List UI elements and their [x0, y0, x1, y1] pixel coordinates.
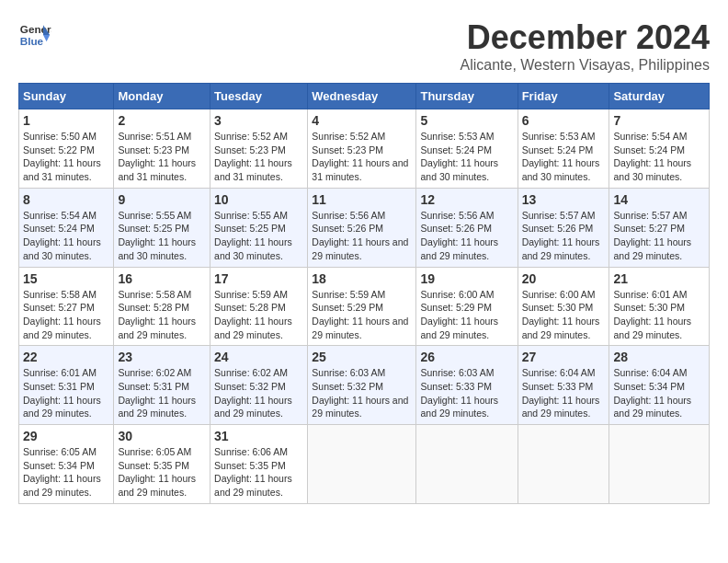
day-number: 20 — [522, 271, 606, 286]
day-number: 28 — [613, 350, 705, 364]
day-detail: Sunrise: 6:02 AMSunset: 5:32 PMDaylight:… — [214, 367, 292, 419]
day-detail: Sunrise: 6:04 AMSunset: 5:34 PMDaylight:… — [613, 367, 691, 419]
day-number: 4 — [312, 113, 412, 128]
day-cell: 23 Sunrise: 6:02 AMSunset: 5:31 PMDaylig… — [114, 346, 210, 425]
calendar-table: SundayMondayTuesdayWednesdayThursdayFrid… — [18, 83, 710, 504]
weekday-header-wednesday: Wednesday — [308, 84, 416, 109]
day-cell: 6 Sunrise: 5:53 AMSunset: 5:24 PMDayligh… — [518, 109, 609, 189]
day-number: 6 — [522, 113, 606, 128]
day-number: 2 — [118, 113, 206, 128]
day-cell: 3 Sunrise: 5:52 AMSunset: 5:23 PMDayligh… — [210, 109, 308, 189]
day-detail: Sunrise: 6:02 AMSunset: 5:31 PMDaylight:… — [118, 367, 196, 419]
day-detail: Sunrise: 6:01 AMSunset: 5:31 PMDaylight:… — [23, 367, 101, 419]
day-number: 29 — [23, 429, 109, 443]
day-cell: 8 Sunrise: 5:54 AMSunset: 5:24 PMDayligh… — [19, 188, 114, 267]
day-number: 15 — [23, 271, 109, 286]
weekday-header-saturday: Saturday — [609, 84, 710, 109]
weekday-header-monday: Monday — [114, 84, 210, 109]
day-number: 17 — [214, 271, 303, 286]
day-number: 8 — [23, 192, 109, 207]
day-number: 23 — [118, 350, 206, 364]
day-number: 12 — [420, 192, 513, 207]
day-detail: Sunrise: 5:59 AMSunset: 5:28 PMDaylight:… — [214, 289, 292, 340]
day-detail: Sunrise: 5:55 AMSunset: 5:25 PMDaylight:… — [118, 210, 196, 261]
day-cell: 26 Sunrise: 6:03 AMSunset: 5:33 PMDaylig… — [416, 346, 518, 425]
week-row-5: 29 Sunrise: 6:05 AMSunset: 5:34 PMDaylig… — [19, 425, 710, 504]
calendar-body: 1 Sunrise: 5:50 AMSunset: 5:22 PMDayligh… — [19, 109, 710, 504]
day-detail: Sunrise: 6:03 AMSunset: 5:33 PMDaylight:… — [420, 367, 498, 419]
day-number: 25 — [312, 350, 412, 364]
day-detail: Sunrise: 6:00 AMSunset: 5:29 PMDaylight:… — [420, 289, 498, 340]
weekday-header-row: SundayMondayTuesdayWednesdayThursdayFrid… — [19, 84, 710, 109]
day-detail: Sunrise: 6:01 AMSunset: 5:30 PMDaylight:… — [613, 289, 691, 340]
week-row-4: 22 Sunrise: 6:01 AMSunset: 5:31 PMDaylig… — [19, 346, 710, 425]
day-number: 16 — [118, 271, 206, 286]
week-row-3: 15 Sunrise: 5:58 AMSunset: 5:27 PMDaylig… — [19, 267, 710, 346]
day-detail: Sunrise: 6:05 AMSunset: 5:35 PMDaylight:… — [118, 446, 196, 498]
day-cell: 7 Sunrise: 5:54 AMSunset: 5:24 PMDayligh… — [609, 109, 710, 189]
day-number: 10 — [214, 192, 303, 207]
day-number: 26 — [420, 350, 513, 364]
day-cell: 19 Sunrise: 6:00 AMSunset: 5:29 PMDaylig… — [416, 267, 518, 346]
day-detail: Sunrise: 6:06 AMSunset: 5:35 PMDaylight:… — [214, 446, 292, 498]
logo: General Blue — [18, 18, 51, 52]
day-number: 3 — [214, 113, 303, 128]
day-detail: Sunrise: 5:51 AMSunset: 5:23 PMDaylight:… — [118, 131, 196, 182]
day-number: 21 — [613, 271, 705, 286]
day-detail: Sunrise: 5:58 AMSunset: 5:28 PMDaylight:… — [118, 289, 196, 340]
day-cell: 14 Sunrise: 5:57 AMSunset: 5:27 PMDaylig… — [609, 188, 710, 267]
weekday-header-friday: Friday — [518, 84, 609, 109]
weekday-header-tuesday: Tuesday — [210, 84, 308, 109]
svg-text:Blue: Blue — [20, 35, 44, 47]
day-detail: Sunrise: 5:55 AMSunset: 5:25 PMDaylight:… — [214, 210, 292, 261]
day-cell: 15 Sunrise: 5:58 AMSunset: 5:27 PMDaylig… — [19, 267, 114, 346]
day-cell: 12 Sunrise: 5:56 AMSunset: 5:26 PMDaylig… — [416, 188, 518, 267]
day-cell: 16 Sunrise: 5:58 AMSunset: 5:28 PMDaylig… — [114, 267, 210, 346]
day-cell — [609, 425, 710, 504]
day-detail: Sunrise: 6:04 AMSunset: 5:33 PMDaylight:… — [522, 367, 600, 419]
day-number: 13 — [522, 192, 606, 207]
day-detail: Sunrise: 6:03 AMSunset: 5:32 PMDaylight:… — [312, 367, 408, 419]
day-cell: 13 Sunrise: 5:57 AMSunset: 5:26 PMDaylig… — [518, 188, 609, 267]
day-number: 18 — [312, 271, 412, 286]
day-detail: Sunrise: 5:56 AMSunset: 5:26 PMDaylight:… — [312, 210, 408, 261]
day-detail: Sunrise: 5:50 AMSunset: 5:22 PMDaylight:… — [23, 131, 101, 182]
day-cell: 5 Sunrise: 5:53 AMSunset: 5:24 PMDayligh… — [416, 109, 518, 189]
day-cell: 1 Sunrise: 5:50 AMSunset: 5:22 PMDayligh… — [19, 109, 114, 189]
day-detail: Sunrise: 5:53 AMSunset: 5:24 PMDaylight:… — [420, 131, 498, 182]
header: General Blue December 2024 Alicante, Wes… — [18, 18, 710, 74]
day-number: 31 — [214, 429, 303, 443]
day-detail: Sunrise: 5:56 AMSunset: 5:26 PMDaylight:… — [420, 210, 498, 261]
day-detail: Sunrise: 5:57 AMSunset: 5:26 PMDaylight:… — [522, 210, 600, 261]
day-cell: 4 Sunrise: 5:52 AMSunset: 5:23 PMDayligh… — [308, 109, 416, 189]
day-cell — [518, 425, 609, 504]
location-title: Alicante, Western Visayas, Philippines — [460, 57, 710, 74]
day-number: 27 — [522, 350, 606, 364]
day-detail: Sunrise: 5:52 AMSunset: 5:23 PMDaylight:… — [312, 131, 408, 182]
month-title: December 2024 — [460, 18, 710, 57]
day-cell: 17 Sunrise: 5:59 AMSunset: 5:28 PMDaylig… — [210, 267, 308, 346]
day-detail: Sunrise: 5:59 AMSunset: 5:29 PMDaylight:… — [312, 289, 408, 340]
day-detail: Sunrise: 5:54 AMSunset: 5:24 PMDaylight:… — [23, 210, 101, 261]
day-number: 5 — [420, 113, 513, 128]
day-detail: Sunrise: 5:54 AMSunset: 5:24 PMDaylight:… — [613, 131, 691, 182]
day-detail: Sunrise: 6:00 AMSunset: 5:30 PMDaylight:… — [522, 289, 600, 340]
day-cell: 31 Sunrise: 6:06 AMSunset: 5:35 PMDaylig… — [210, 425, 308, 504]
day-number: 24 — [214, 350, 303, 364]
day-number: 9 — [118, 192, 206, 207]
day-cell: 18 Sunrise: 5:59 AMSunset: 5:29 PMDaylig… — [308, 267, 416, 346]
day-number: 22 — [23, 350, 109, 364]
day-cell: 20 Sunrise: 6:00 AMSunset: 5:30 PMDaylig… — [518, 267, 609, 346]
day-detail: Sunrise: 5:58 AMSunset: 5:27 PMDaylight:… — [23, 289, 101, 340]
day-cell: 22 Sunrise: 6:01 AMSunset: 5:31 PMDaylig… — [19, 346, 114, 425]
day-cell — [416, 425, 518, 504]
day-cell: 11 Sunrise: 5:56 AMSunset: 5:26 PMDaylig… — [308, 188, 416, 267]
day-number: 11 — [312, 192, 412, 207]
logo-icon: General Blue — [18, 18, 51, 52]
day-cell: 28 Sunrise: 6:04 AMSunset: 5:34 PMDaylig… — [609, 346, 710, 425]
day-cell: 21 Sunrise: 6:01 AMSunset: 5:30 PMDaylig… — [609, 267, 710, 346]
weekday-header-thursday: Thursday — [416, 84, 518, 109]
day-detail: Sunrise: 5:52 AMSunset: 5:23 PMDaylight:… — [214, 131, 292, 182]
day-cell — [308, 425, 416, 504]
week-row-1: 1 Sunrise: 5:50 AMSunset: 5:22 PMDayligh… — [19, 109, 710, 189]
